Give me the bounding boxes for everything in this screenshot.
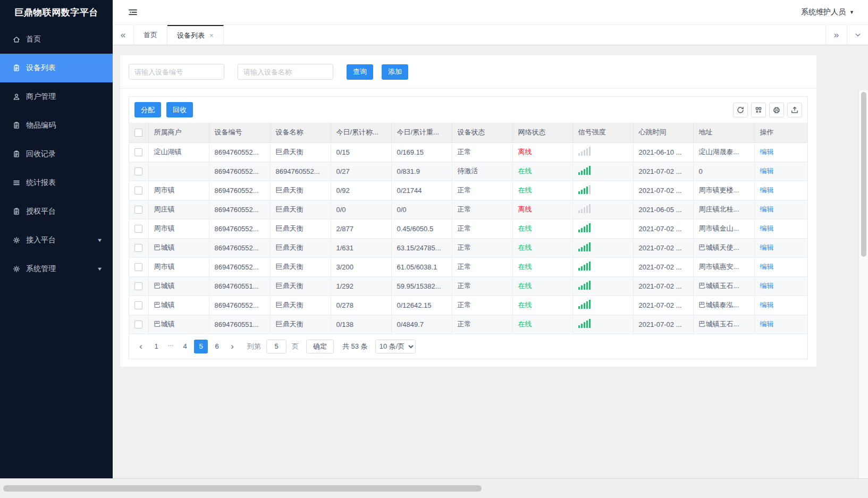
page-button-1[interactable]: 1 bbox=[149, 340, 163, 353]
signal-strength-icon bbox=[578, 242, 591, 251]
row-checkbox[interactable] bbox=[134, 320, 142, 328]
gear-icon bbox=[12, 265, 21, 274]
device-no-input[interactable] bbox=[129, 64, 224, 80]
vertical-scrollbar[interactable] bbox=[858, 90, 868, 498]
main-area: 系统维护人员 ▼ « 首页设备列表× » 查询 添加 bbox=[113, 0, 868, 478]
tabs: 首页设备列表× bbox=[134, 25, 224, 45]
columns-button[interactable] bbox=[751, 103, 766, 117]
next-page-button[interactable]: › bbox=[226, 340, 239, 353]
edit-link[interactable]: 编辑 bbox=[760, 243, 774, 251]
signal-strength-icon bbox=[578, 319, 591, 328]
edit-link[interactable]: 编辑 bbox=[760, 224, 774, 232]
horizontal-scrollbar-thumb[interactable] bbox=[3, 485, 482, 492]
tab-home[interactable]: 首页 bbox=[134, 25, 167, 45]
total-count: 共 53 条 bbox=[342, 342, 368, 351]
page-size-select[interactable]: 10 条/页 bbox=[375, 340, 416, 353]
row-checkbox[interactable] bbox=[134, 206, 142, 214]
horizontal-scrollbar[interactable] bbox=[0, 478, 868, 498]
sidebar-item-label: 物品编码 bbox=[26, 121, 56, 130]
filter-row: 查询 添加 bbox=[120, 55, 816, 89]
row-checkbox[interactable] bbox=[134, 225, 142, 233]
tabs-scroll-right-button[interactable]: » bbox=[825, 25, 847, 45]
row-checkbox[interactable] bbox=[134, 187, 142, 195]
cell-device-status: 正常 bbox=[452, 142, 512, 162]
cell-network-status: 在线 bbox=[512, 296, 572, 315]
sidebar-item-device-list[interactable]: 设备列表 bbox=[0, 54, 113, 82]
tabs-scroll-left-button[interactable]: « bbox=[113, 25, 134, 45]
sidebar-item-system-management[interactable]: 系统管理▼ bbox=[0, 255, 113, 283]
vertical-scrollbar-thumb[interactable] bbox=[861, 92, 866, 257]
cell-device-status: 待激活 bbox=[452, 162, 512, 181]
cell-heartbeat: 2021-07-02 ... bbox=[633, 238, 693, 257]
prev-page-button[interactable]: ‹ bbox=[134, 340, 147, 353]
columns-icon bbox=[754, 106, 763, 114]
row-checkbox[interactable] bbox=[134, 301, 142, 309]
edit-link[interactable]: 编辑 bbox=[760, 186, 774, 194]
cell-device-name: 8694760552... bbox=[270, 162, 331, 181]
cell-today-count: 1/631 bbox=[331, 238, 391, 257]
menu-fold-icon[interactable] bbox=[128, 7, 138, 18]
page-button-6[interactable]: 6 bbox=[210, 340, 224, 353]
row-checkbox[interactable] bbox=[134, 167, 142, 175]
row-checkbox[interactable] bbox=[134, 244, 142, 252]
pagination: ‹ 1...456 › 到第 页 确定 共 53 条 10 条/页 bbox=[129, 334, 807, 359]
recycle-button[interactable]: 回收 bbox=[166, 102, 193, 117]
edit-link[interactable]: 编辑 bbox=[760, 263, 774, 271]
device-name-input[interactable] bbox=[238, 64, 333, 80]
cell-merchant: 巴城镇 bbox=[148, 315, 209, 334]
tab-device-list[interactable]: 设备列表× bbox=[167, 25, 224, 45]
row-checkbox[interactable] bbox=[134, 282, 142, 290]
column-header: 设备状态 bbox=[452, 123, 512, 142]
sidebar-item-authorization-platform[interactable]: 授权平台 bbox=[0, 197, 113, 226]
cell-merchant: 周庄镇 bbox=[148, 200, 209, 219]
cell-action: 编辑 bbox=[754, 181, 807, 200]
refresh-button[interactable] bbox=[733, 103, 748, 117]
edit-link[interactable]: 编辑 bbox=[760, 282, 774, 290]
page-button-4[interactable]: 4 bbox=[178, 340, 192, 353]
cell-device-no: 8694760552... bbox=[209, 296, 270, 315]
cell-device-no: 8694760552... bbox=[209, 142, 270, 162]
edit-link[interactable]: 编辑 bbox=[760, 167, 774, 175]
table-row: 周市镇8694760552...巨鼎天衡2/8770.45/6050.5正常在线… bbox=[129, 219, 807, 238]
sidebar-item-statistics-report[interactable]: 统计报表 bbox=[0, 168, 113, 197]
cell-network-status: 离线 bbox=[512, 142, 572, 162]
sidebar-item-home[interactable]: 首页 bbox=[0, 25, 113, 54]
user-icon bbox=[12, 92, 21, 102]
assign-button[interactable]: 分配 bbox=[134, 102, 161, 117]
cell-heartbeat: 2021-07-02 ... bbox=[633, 181, 693, 200]
cell-device-no: 8694760552... bbox=[209, 162, 270, 181]
page-button-5[interactable]: 5 bbox=[194, 340, 208, 353]
tabs-menu-button[interactable] bbox=[847, 25, 868, 45]
sidebar-item-item-code[interactable]: 物品编码 bbox=[0, 111, 113, 140]
select-all-checkbox[interactable] bbox=[134, 129, 142, 137]
device-list-panel: 查询 添加 分配 回收 所属商户设备编号设备名称今日/累计称...今日/累计重.… bbox=[120, 55, 817, 367]
add-button[interactable]: 添加 bbox=[382, 64, 408, 80]
cell-today-weight: 0/4849.7 bbox=[391, 315, 452, 334]
cell-today-count: 3/200 bbox=[331, 257, 391, 276]
row-checkbox[interactable] bbox=[134, 263, 142, 271]
user-menu[interactable]: 系统维护人员 ▼ bbox=[801, 7, 854, 17]
edit-link[interactable]: 编辑 bbox=[760, 148, 774, 156]
home-icon bbox=[12, 35, 21, 44]
sidebar-item-recycle-records[interactable]: 回收记录 bbox=[0, 140, 113, 168]
edit-link[interactable]: 编辑 bbox=[760, 301, 774, 309]
cell-signal bbox=[572, 181, 633, 200]
print-button[interactable] bbox=[769, 103, 784, 117]
cell-action: 编辑 bbox=[754, 219, 807, 238]
column-header: 设备名称 bbox=[270, 123, 331, 142]
row-checkbox[interactable] bbox=[134, 148, 142, 156]
column-header: 设备编号 bbox=[209, 123, 270, 142]
sidebar-item-merchant-management[interactable]: 商户管理 bbox=[0, 82, 113, 111]
edit-link[interactable]: 编辑 bbox=[760, 320, 774, 328]
signal-strength-icon bbox=[578, 204, 591, 213]
sidebar-item-access-platform[interactable]: 接入平台▼ bbox=[0, 226, 113, 255]
edit-link[interactable]: 编辑 bbox=[760, 205, 774, 213]
column-header: 地址 bbox=[693, 123, 754, 142]
confirm-page-button[interactable]: 确定 bbox=[306, 340, 334, 353]
close-icon[interactable]: × bbox=[209, 32, 214, 39]
search-button[interactable]: 查询 bbox=[347, 64, 373, 80]
page-jump-input[interactable] bbox=[266, 340, 286, 353]
cell-device-name: 巨鼎天衡 bbox=[270, 315, 331, 334]
cell-signal bbox=[572, 219, 633, 238]
export-button[interactable] bbox=[787, 103, 802, 117]
